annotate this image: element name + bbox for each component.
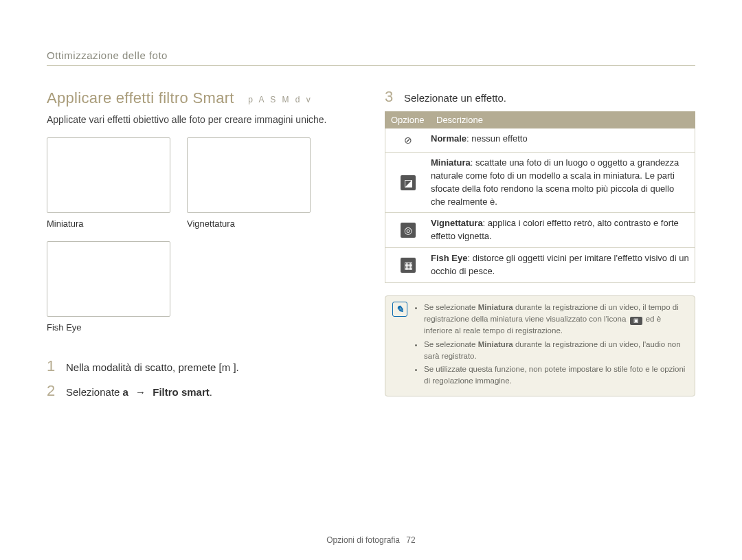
step-number: 3 [385,89,394,104]
arrow-icon: → [135,386,146,398]
option-icon-cell: ◎ [385,213,431,247]
section-subtitle: Applicate vari effetti obiettivo alle fo… [47,114,357,125]
note-text: Se selezionate [424,340,478,348]
th-option: Opzione [385,112,431,128]
options-table: ⊘ Normale: nessun effetto ◪ Miniatura: s… [385,128,695,283]
step-1: 1 Nella modalità di scatto, premete [m ]… [47,359,357,374]
info-icon: ✎ [392,302,407,317]
left-column: Applicare effetti filtro Smart p A S M d… [47,89,357,399]
opt-text: : distorce gli oggetti vicini per imitar… [431,253,689,276]
step-text: Selezionate a → Filtro smart. [66,386,212,398]
option-icon-cell: ⊘ [385,128,431,152]
note-text: Se utilizzate questa funzione, non potet… [424,365,685,385]
note-bold: Miniatura [478,340,513,348]
opt-text: : nessun effetto [466,133,528,144]
step-3: 3 Selezionate un effetto. [385,89,695,104]
table-row: ⊘ Normale: nessun effetto [385,128,695,152]
opt-name: Fish Eye [431,253,467,263]
note-item: Se selezionate Miniatura durante la regi… [424,302,686,337]
option-desc: Fish Eye: distorce gli oggetti vicini pe… [431,248,695,282]
option-desc: Miniatura: scattate una foto di un luogo… [431,153,695,212]
section-title: Applicare effetti filtro Smart [47,89,234,107]
page-footer: Opzioni di fotografia 72 [0,535,742,545]
step-text: Selezionate un effetto. [404,92,506,104]
table-row: ◪ Miniatura: scattate una foto di un luo… [385,152,695,212]
breadcrumb: Ottimizzazione delle foto [47,49,695,66]
option-desc: Normale: nessun effetto [431,128,695,152]
opt-name: Normale [431,133,466,144]
table-row: ◎ Vignettatura: applica i colori effetto… [385,212,695,247]
opt-name: Miniatura [431,157,471,168]
note-bold: Miniatura [478,303,513,311]
table-header: Opzione Descrizione [385,111,695,128]
opt-name: Vignettatura [431,218,483,228]
page-number: 72 [406,535,415,545]
text-part: . [210,386,212,398]
record-icon: ▣ [630,317,642,325]
option-icon-cell: ◪ [385,153,431,212]
note-box: ✎ Se selezionate Miniatura durante la re… [385,295,695,396]
option-icon-cell: ▦ [385,248,431,282]
normal-icon: ⊘ [401,133,416,148]
vignette-icon: ◎ [401,223,416,238]
caption-miniatura: Miniatura [47,219,170,229]
thumbnail-grid: Miniatura Vignettatura Fish Eye [47,137,357,339]
thumb-vignettatura [187,137,311,213]
right-column: 3 Selezionate un effetto. Opzione Descri… [385,89,695,399]
step-number: 2 [47,383,56,399]
mode-indicators: p A S M d v [248,95,313,104]
steps-list: 1 Nella modalità di scatto, premete [m ]… [47,359,357,399]
note-list: Se selezionate Miniatura durante la regi… [414,302,686,389]
fisheye-icon: ▦ [401,258,416,273]
thumb-fisheye [47,241,170,317]
miniature-icon: ◪ [401,175,416,190]
text-bold: Filtro smart [153,386,210,398]
note-item: Se selezionate Miniatura durante la regi… [424,339,686,363]
caption-fisheye: Fish Eye [47,322,170,333]
option-desc: Vignettatura: applica i colori effetto r… [431,213,695,247]
text-bold: a [123,386,128,398]
step-text: Nella modalità di scatto, premete [m ]. [66,361,239,373]
th-description: Descrizione [431,112,695,128]
thumb-miniatura [47,137,170,213]
note-item: Se utilizzate questa funzione, non potet… [424,363,686,388]
text-part: Selezionate [66,386,123,398]
footer-label: Opzioni di fotografia [326,535,400,545]
caption-vignettatura: Vignettatura [187,219,311,229]
step-number: 1 [47,359,56,374]
note-text: Se selezionate [424,303,478,311]
step-2: 2 Selezionate a → Filtro smart. [47,383,357,399]
table-row: ▦ Fish Eye: distorce gli oggetti vicini … [385,247,695,282]
